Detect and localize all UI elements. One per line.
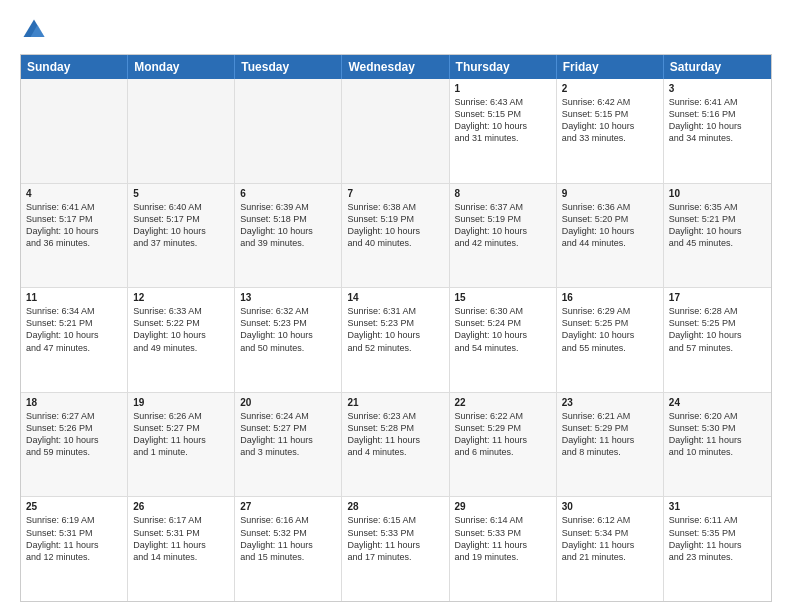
day-detail: Sunrise: 6:22 AM Sunset: 5:29 PM Dayligh… [455,410,551,459]
calendar-cell: 18Sunrise: 6:27 AM Sunset: 5:26 PM Dayli… [21,393,128,497]
day-detail: Sunrise: 6:28 AM Sunset: 5:25 PM Dayligh… [669,305,766,354]
calendar-cell: 20Sunrise: 6:24 AM Sunset: 5:27 PM Dayli… [235,393,342,497]
header-day-monday: Monday [128,55,235,79]
calendar-cell: 9Sunrise: 6:36 AM Sunset: 5:20 PM Daylig… [557,184,664,288]
day-number: 16 [562,292,658,303]
calendar-cell [128,79,235,183]
day-detail: Sunrise: 6:11 AM Sunset: 5:35 PM Dayligh… [669,514,766,563]
page: SundayMondayTuesdayWednesdayThursdayFrid… [0,0,792,612]
logo [20,16,52,44]
header-day-thursday: Thursday [450,55,557,79]
day-number: 9 [562,188,658,199]
header-day-saturday: Saturday [664,55,771,79]
day-number: 26 [133,501,229,512]
day-number: 31 [669,501,766,512]
day-number: 13 [240,292,336,303]
day-detail: Sunrise: 6:26 AM Sunset: 5:27 PM Dayligh… [133,410,229,459]
calendar-cell: 11Sunrise: 6:34 AM Sunset: 5:21 PM Dayli… [21,288,128,392]
logo-icon [20,16,48,44]
calendar-cell: 3Sunrise: 6:41 AM Sunset: 5:16 PM Daylig… [664,79,771,183]
calendar-cell: 17Sunrise: 6:28 AM Sunset: 5:25 PM Dayli… [664,288,771,392]
calendar-cell: 28Sunrise: 6:15 AM Sunset: 5:33 PM Dayli… [342,497,449,601]
calendar-cell: 1Sunrise: 6:43 AM Sunset: 5:15 PM Daylig… [450,79,557,183]
day-number: 6 [240,188,336,199]
day-detail: Sunrise: 6:15 AM Sunset: 5:33 PM Dayligh… [347,514,443,563]
day-detail: Sunrise: 6:42 AM Sunset: 5:15 PM Dayligh… [562,96,658,145]
day-detail: Sunrise: 6:41 AM Sunset: 5:17 PM Dayligh… [26,201,122,250]
day-number: 12 [133,292,229,303]
day-detail: Sunrise: 6:24 AM Sunset: 5:27 PM Dayligh… [240,410,336,459]
day-number: 27 [240,501,336,512]
day-number: 28 [347,501,443,512]
calendar-header: SundayMondayTuesdayWednesdayThursdayFrid… [21,55,771,79]
day-detail: Sunrise: 6:21 AM Sunset: 5:29 PM Dayligh… [562,410,658,459]
day-number: 8 [455,188,551,199]
day-detail: Sunrise: 6:16 AM Sunset: 5:32 PM Dayligh… [240,514,336,563]
day-detail: Sunrise: 6:17 AM Sunset: 5:31 PM Dayligh… [133,514,229,563]
calendar-cell: 7Sunrise: 6:38 AM Sunset: 5:19 PM Daylig… [342,184,449,288]
calendar-row-3: 11Sunrise: 6:34 AM Sunset: 5:21 PM Dayli… [21,288,771,393]
day-detail: Sunrise: 6:34 AM Sunset: 5:21 PM Dayligh… [26,305,122,354]
calendar-cell: 31Sunrise: 6:11 AM Sunset: 5:35 PM Dayli… [664,497,771,601]
day-number: 19 [133,397,229,408]
day-number: 4 [26,188,122,199]
day-detail: Sunrise: 6:38 AM Sunset: 5:19 PM Dayligh… [347,201,443,250]
calendar-cell: 26Sunrise: 6:17 AM Sunset: 5:31 PM Dayli… [128,497,235,601]
day-detail: Sunrise: 6:23 AM Sunset: 5:28 PM Dayligh… [347,410,443,459]
calendar-row-5: 25Sunrise: 6:19 AM Sunset: 5:31 PM Dayli… [21,497,771,601]
day-detail: Sunrise: 6:37 AM Sunset: 5:19 PM Dayligh… [455,201,551,250]
calendar-cell [235,79,342,183]
calendar-cell: 4Sunrise: 6:41 AM Sunset: 5:17 PM Daylig… [21,184,128,288]
calendar-cell: 27Sunrise: 6:16 AM Sunset: 5:32 PM Dayli… [235,497,342,601]
calendar-cell: 25Sunrise: 6:19 AM Sunset: 5:31 PM Dayli… [21,497,128,601]
calendar-row-1: 1Sunrise: 6:43 AM Sunset: 5:15 PM Daylig… [21,79,771,184]
day-number: 18 [26,397,122,408]
day-number: 24 [669,397,766,408]
day-number: 30 [562,501,658,512]
calendar-cell: 29Sunrise: 6:14 AM Sunset: 5:33 PM Dayli… [450,497,557,601]
day-number: 22 [455,397,551,408]
day-detail: Sunrise: 6:29 AM Sunset: 5:25 PM Dayligh… [562,305,658,354]
day-number: 7 [347,188,443,199]
day-detail: Sunrise: 6:41 AM Sunset: 5:16 PM Dayligh… [669,96,766,145]
day-number: 15 [455,292,551,303]
calendar-cell: 5Sunrise: 6:40 AM Sunset: 5:17 PM Daylig… [128,184,235,288]
calendar-cell: 30Sunrise: 6:12 AM Sunset: 5:34 PM Dayli… [557,497,664,601]
calendar-cell: 8Sunrise: 6:37 AM Sunset: 5:19 PM Daylig… [450,184,557,288]
day-detail: Sunrise: 6:30 AM Sunset: 5:24 PM Dayligh… [455,305,551,354]
header-day-friday: Friday [557,55,664,79]
calendar-cell: 12Sunrise: 6:33 AM Sunset: 5:22 PM Dayli… [128,288,235,392]
day-detail: Sunrise: 6:14 AM Sunset: 5:33 PM Dayligh… [455,514,551,563]
day-number: 25 [26,501,122,512]
day-number: 14 [347,292,443,303]
calendar-cell: 2Sunrise: 6:42 AM Sunset: 5:15 PM Daylig… [557,79,664,183]
day-detail: Sunrise: 6:27 AM Sunset: 5:26 PM Dayligh… [26,410,122,459]
day-number: 1 [455,83,551,94]
day-number: 23 [562,397,658,408]
calendar-cell: 6Sunrise: 6:39 AM Sunset: 5:18 PM Daylig… [235,184,342,288]
day-detail: Sunrise: 6:33 AM Sunset: 5:22 PM Dayligh… [133,305,229,354]
calendar: SundayMondayTuesdayWednesdayThursdayFrid… [20,54,772,602]
day-detail: Sunrise: 6:36 AM Sunset: 5:20 PM Dayligh… [562,201,658,250]
calendar-cell: 14Sunrise: 6:31 AM Sunset: 5:23 PM Dayli… [342,288,449,392]
day-number: 10 [669,188,766,199]
day-detail: Sunrise: 6:39 AM Sunset: 5:18 PM Dayligh… [240,201,336,250]
calendar-row-2: 4Sunrise: 6:41 AM Sunset: 5:17 PM Daylig… [21,184,771,289]
day-detail: Sunrise: 6:31 AM Sunset: 5:23 PM Dayligh… [347,305,443,354]
day-number: 2 [562,83,658,94]
calendar-cell: 10Sunrise: 6:35 AM Sunset: 5:21 PM Dayli… [664,184,771,288]
day-number: 20 [240,397,336,408]
calendar-cell: 21Sunrise: 6:23 AM Sunset: 5:28 PM Dayli… [342,393,449,497]
day-number: 3 [669,83,766,94]
day-detail: Sunrise: 6:40 AM Sunset: 5:17 PM Dayligh… [133,201,229,250]
day-number: 29 [455,501,551,512]
day-detail: Sunrise: 6:12 AM Sunset: 5:34 PM Dayligh… [562,514,658,563]
day-detail: Sunrise: 6:35 AM Sunset: 5:21 PM Dayligh… [669,201,766,250]
calendar-cell [342,79,449,183]
calendar-cell: 24Sunrise: 6:20 AM Sunset: 5:30 PM Dayli… [664,393,771,497]
day-detail: Sunrise: 6:20 AM Sunset: 5:30 PM Dayligh… [669,410,766,459]
calendar-cell: 13Sunrise: 6:32 AM Sunset: 5:23 PM Dayli… [235,288,342,392]
header-day-wednesday: Wednesday [342,55,449,79]
header-day-tuesday: Tuesday [235,55,342,79]
day-number: 17 [669,292,766,303]
